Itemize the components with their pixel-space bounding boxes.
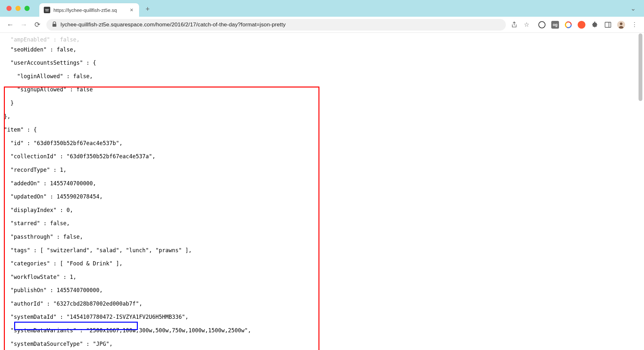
code-line: } bbox=[4, 100, 640, 106]
browser-toolbar: ← → ⟳ lychee-quillfish-zt5e.squarespace.… bbox=[0, 17, 644, 33]
svg-rect-2 bbox=[52, 24, 56, 27]
bookmark-star-icon[interactable]: ☆ bbox=[523, 21, 530, 29]
address-bar[interactable]: lychee-quillfish-zt5e.squarespace.com/ho… bbox=[46, 19, 506, 31]
tab-title: https://lychee-quillfish-zt5e.sq bbox=[53, 7, 128, 13]
code-line: "displayIndex" : 0, bbox=[4, 207, 640, 214]
code-line: "recordType" : 1, bbox=[4, 167, 640, 173]
code-line: "publishOn" : 1455740700000, bbox=[4, 287, 640, 294]
code-line: "categories" : [ "Food & Drink" ], bbox=[4, 260, 640, 267]
code-line: "updatedOn" : 1455902078454, bbox=[4, 193, 640, 200]
page-content: "ampEnabled" : false, "seoHidden" : fals… bbox=[0, 33, 644, 350]
svg-rect-1 bbox=[45, 9, 49, 10]
extension-red-circle-icon[interactable] bbox=[578, 21, 585, 29]
annotation-red-box bbox=[4, 87, 319, 350]
code-line: "systemDataId" : "1454107780472-ISVZYA1F… bbox=[4, 314, 640, 320]
code-line: "collectionId" : "63d0f350b52bf67eac4e53… bbox=[4, 153, 640, 160]
code-line: "workflowState" : 1, bbox=[4, 274, 640, 281]
window-minimize-button[interactable] bbox=[15, 6, 21, 11]
code-line: "loginAllowed" : false, bbox=[4, 73, 640, 80]
favicon bbox=[44, 7, 50, 13]
traffic-lights bbox=[6, 6, 30, 11]
reload-button[interactable]: ⟳ bbox=[33, 21, 42, 29]
extension-icons: og ⋮ bbox=[535, 21, 638, 29]
scrollbar-track[interactable] bbox=[638, 33, 643, 350]
share-icon[interactable] bbox=[510, 21, 518, 29]
code-line: "passthrough" : false, bbox=[4, 234, 640, 240]
extension-og-icon[interactable]: og bbox=[551, 21, 559, 29]
menu-kebab-icon[interactable]: ⋮ bbox=[630, 21, 638, 29]
code-line: "starred" : false, bbox=[4, 220, 640, 227]
extension-circle-icon[interactable] bbox=[538, 21, 546, 29]
forward-button[interactable]: → bbox=[19, 21, 28, 29]
code-line: "ampEnabled" : false, bbox=[4, 36, 80, 43]
side-panel-icon[interactable] bbox=[604, 21, 612, 29]
profile-avatar[interactable] bbox=[617, 21, 625, 29]
lock-icon bbox=[52, 22, 57, 28]
code-line: "id" : "63d0f350b52bf67eac4e537b", bbox=[4, 140, 640, 147]
tabs-chevron-icon[interactable]: ⌄ bbox=[630, 5, 636, 12]
tab-close-button[interactable]: × bbox=[128, 7, 135, 14]
svg-point-9 bbox=[620, 23, 622, 25]
new-tab-button[interactable]: + bbox=[146, 5, 150, 13]
window-close-button[interactable] bbox=[6, 6, 12, 11]
code-line: "systemDataSourceType" : "JPG", bbox=[4, 341, 640, 347]
svg-rect-6 bbox=[605, 22, 611, 27]
code-line: "userAccountsSettings" : { bbox=[4, 60, 640, 66]
scrollbar-thumb[interactable] bbox=[639, 33, 642, 101]
code-line: "signupAllowed" : false bbox=[4, 86, 640, 93]
code-line: "seoHidden" : false, bbox=[4, 46, 640, 53]
back-button[interactable]: ← bbox=[6, 21, 15, 29]
window-maximize-button[interactable] bbox=[24, 6, 30, 11]
code-line: "systemDataVariants" : "2500x1667,100w,3… bbox=[4, 327, 640, 334]
code-line: "addedOn" : 1455740700000, bbox=[4, 180, 640, 187]
code-line: }, bbox=[4, 113, 640, 120]
svg-rect-0 bbox=[45, 9, 49, 12]
window-titlebar: https://lychee-quillfish-zt5e.sq × + ⌄ bbox=[0, 0, 644, 17]
code-line: "authorId" : "6327cbd28b87002ed000ab7f", bbox=[4, 300, 640, 307]
code-line: "item" : { bbox=[4, 126, 640, 133]
extensions-puzzle-icon[interactable] bbox=[591, 21, 599, 29]
browser-tab[interactable]: https://lychee-quillfish-zt5e.sq × bbox=[39, 3, 139, 17]
extension-swirl-icon[interactable] bbox=[564, 21, 572, 29]
url-text: lychee-quillfish-zt5e.squarespace.com/ho… bbox=[61, 22, 286, 28]
code-line: "tags" : [ "switzerland", "salad", "lunc… bbox=[4, 247, 640, 254]
